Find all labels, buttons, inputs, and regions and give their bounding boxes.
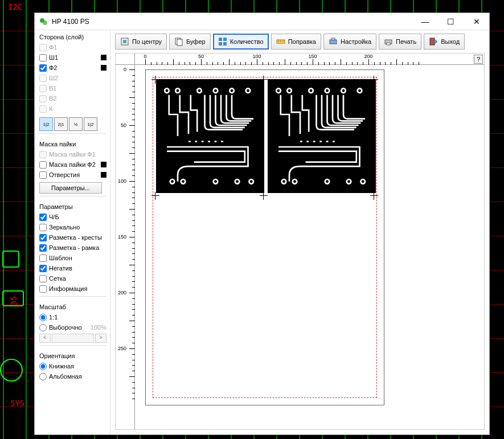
svg-point-25 <box>170 179 175 184</box>
param-check[interactable]: Негатив <box>39 263 106 273</box>
mask-group: Маска пайки Маска пайки Ф1Маска пайки Ф2… <box>39 141 106 196</box>
print-dialog-window: HP 4100 PS — ☐ ✕ Сторона (слой) Ф1Ш1Ф2Ш2… <box>34 13 490 435</box>
help-button[interactable]: ? <box>474 55 483 64</box>
svg-point-36 <box>282 179 286 184</box>
vertical-ruler: 050100150200250 <box>116 65 135 429</box>
settings-button[interactable]: Настройка <box>323 34 376 50</box>
titlebar[interactable]: HP 4100 PS — ☐ ✕ <box>35 13 489 30</box>
param-check[interactable]: Шаблон <box>39 253 106 263</box>
scale-left-button[interactable]: < <box>39 334 51 343</box>
layer-Ш1[interactable]: Ш1 <box>39 52 106 63</box>
param-check[interactable]: Разметка - кресты <box>39 232 106 243</box>
svg-point-35 <box>358 88 362 93</box>
pcb-preview-1 <box>156 79 264 193</box>
reg-mark <box>260 192 268 200</box>
orientation-header: Ориентация <box>39 352 106 359</box>
svg-point-27 <box>214 179 218 184</box>
svg-point-23 <box>230 88 234 93</box>
layer-layout-button-3[interactable]: 1|2 <box>84 117 97 131</box>
layer-К: К <box>39 104 106 114</box>
svg-rect-17 <box>387 43 390 45</box>
printer-icon <box>384 37 393 46</box>
buffer-button[interactable]: Буфер <box>169 34 211 50</box>
quantity-button[interactable]: Количество <box>213 34 269 50</box>
grid-icon <box>218 37 227 46</box>
ruler-icon <box>276 37 285 46</box>
copy-icon <box>174 37 183 46</box>
parameters-button[interactable]: Параметры... <box>39 182 102 194</box>
svg-point-37 <box>293 179 297 184</box>
scale-selective[interactable]: Выборочно100% <box>39 322 106 333</box>
scale-group: Масштаб 1:1 Выборочно100% < > <box>39 303 106 346</box>
svg-point-21 <box>197 88 202 93</box>
svg-rect-3 <box>123 40 126 43</box>
svg-point-29 <box>249 179 253 184</box>
layer-В2: В2 <box>39 93 106 104</box>
orientation-landscape[interactable]: Альбомная <box>39 371 106 381</box>
svg-point-30 <box>276 88 281 93</box>
scale-right-button[interactable]: > <box>95 334 106 343</box>
svg-point-32 <box>309 88 313 93</box>
param-check[interactable]: Сетка <box>39 273 106 284</box>
maximize-button[interactable]: ☐ <box>438 13 464 30</box>
close-button[interactable]: ✕ <box>464 13 489 30</box>
main-area: По центру Буфер Количество Поправка Наст… <box>110 30 489 434</box>
param-check[interactable]: Информация <box>39 284 106 294</box>
exit-icon <box>429 37 438 46</box>
print-page <box>145 69 384 405</box>
layers-header: Сторона (слой) <box>39 34 106 40</box>
layer-layout-button-0[interactable]: 1|2 <box>39 117 53 131</box>
scale-1-1[interactable]: 1:1 <box>39 312 106 322</box>
svg-point-20 <box>175 88 180 93</box>
layer-layout-button-2[interactable]: ½ <box>69 117 83 131</box>
orientation-portrait[interactable]: Книжная <box>39 361 106 371</box>
svg-point-39 <box>347 179 351 184</box>
svg-point-19 <box>165 88 169 93</box>
svg-point-26 <box>181 179 186 184</box>
mask-check[interactable]: Маска пайки Ф2 <box>39 159 106 170</box>
svg-point-24 <box>246 88 251 93</box>
layer-Ф1: Ф1 <box>39 42 106 52</box>
center-icon <box>120 37 129 46</box>
mask-check[interactable]: Отверстия <box>39 170 106 180</box>
svg-rect-7 <box>223 38 227 41</box>
layer-layout-button-1[interactable]: 2|1 <box>54 117 68 131</box>
svg-point-33 <box>325 88 330 93</box>
layer-Ф2[interactable]: Ф2 <box>39 63 106 73</box>
svg-point-34 <box>341 88 346 93</box>
svg-rect-6 <box>219 38 222 41</box>
scale-track <box>52 334 94 343</box>
correction-button[interactable]: Поправка <box>271 34 321 50</box>
svg-point-31 <box>287 88 292 93</box>
svg-point-28 <box>235 179 240 184</box>
exit-button[interactable]: Выход <box>424 34 465 50</box>
param-check[interactable]: Ч/Б <box>39 212 106 222</box>
svg-point-1 <box>43 20 47 25</box>
preview-canvas[interactable]: 050100150200 050100150200250 ? <box>115 53 485 430</box>
bg-label: SYS <box>10 399 24 408</box>
print-button[interactable]: Печать <box>379 34 421 50</box>
svg-rect-15 <box>331 38 335 40</box>
svg-point-40 <box>360 179 365 184</box>
layer-Ш2: Ш2 <box>39 73 106 83</box>
param-check[interactable]: Зеркально <box>39 222 106 232</box>
svg-rect-14 <box>330 40 337 44</box>
layers-group: Сторона (слой) Ф1Ш1Ф2Ш2В1В2К 1|22|1½1|2 <box>39 34 106 134</box>
svg-rect-5 <box>177 39 182 46</box>
horizontal-ruler: 050100150200 <box>135 54 484 65</box>
mask-header: Маска пайки <box>39 141 106 147</box>
bg-label: I2C <box>8 2 22 11</box>
bg-label: 35 <box>9 296 18 306</box>
minimize-button[interactable]: — <box>412 13 438 30</box>
center-button[interactable]: По центру <box>115 34 167 50</box>
svg-rect-8 <box>219 42 222 46</box>
param-check[interactable]: Разметка - рамка <box>39 243 106 253</box>
svg-rect-9 <box>223 42 227 46</box>
app-icon <box>39 17 48 26</box>
pcb-preview-2 <box>268 79 376 193</box>
toolbar: По центру Буфер Количество Поправка Наст… <box>115 34 485 50</box>
window-title: HP 4100 PS <box>52 18 412 26</box>
sidebar: Сторона (слой) Ф1Ш1Ф2Ш2В1В2К 1|22|1½1|2 … <box>35 30 110 434</box>
mask-check: Маска пайки Ф1 <box>39 149 106 159</box>
printer-settings-icon <box>329 37 338 46</box>
